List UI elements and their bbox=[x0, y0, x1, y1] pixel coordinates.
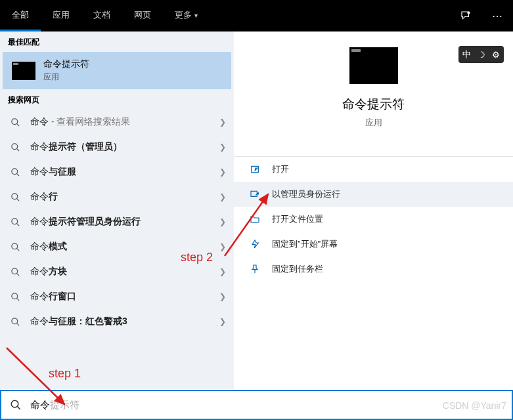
chevron-right-icon: ❯ bbox=[219, 242, 226, 251]
suggestion-text: 命令模式 bbox=[30, 241, 214, 253]
search-suggestion[interactable]: 命令 - 查看网络搜索结果❯ bbox=[0, 110, 234, 135]
search-suggestion[interactable]: 命令行窗口❯ bbox=[0, 284, 234, 309]
suggestion-text: 命令 - 查看网络搜索结果 bbox=[30, 116, 214, 128]
search-suggestion[interactable]: 命令与征服：红色警戒3❯ bbox=[0, 309, 234, 334]
search-suggestion[interactable]: 命令提示符（管理员）❯ bbox=[0, 135, 234, 159]
search-icon bbox=[11, 192, 21, 202]
gear-icon: ⚙ bbox=[492, 50, 500, 60]
moon-icon: ☽ bbox=[478, 50, 485, 60]
svg-line-14 bbox=[16, 273, 19, 276]
tab-more[interactable]: 更多▾ bbox=[163, 0, 210, 32]
search-icon bbox=[1, 399, 30, 411]
best-match-item[interactable]: 命令提示符 应用 bbox=[3, 52, 231, 89]
best-match-title: 命令提示符 bbox=[43, 58, 89, 70]
svg-line-8 bbox=[16, 198, 19, 201]
svg-point-5 bbox=[12, 168, 18, 174]
action-pin-tb[interactable]: 固定到任务栏 bbox=[234, 257, 513, 282]
chevron-right-icon: ❯ bbox=[219, 192, 226, 201]
svg-line-6 bbox=[16, 173, 19, 176]
action-label: 固定到任务栏 bbox=[272, 263, 323, 275]
svg-point-11 bbox=[12, 243, 18, 249]
svg-rect-19 bbox=[252, 166, 259, 172]
suggestion-text: 命令与征服：红色警戒3 bbox=[30, 316, 214, 327]
search-icon bbox=[11, 167, 21, 177]
action-label: 打开 bbox=[272, 163, 289, 175]
svg-point-21 bbox=[11, 400, 18, 408]
svg-point-9 bbox=[12, 218, 18, 224]
svg-point-15 bbox=[12, 293, 18, 299]
search-topbar: 全部 应用 文档 网页 更多▾ ⋯ bbox=[0, 0, 513, 32]
folder-icon bbox=[250, 214, 261, 224]
search-suggestion[interactable]: 命令模式❯ bbox=[0, 234, 234, 259]
chevron-right-icon: ❯ bbox=[219, 292, 226, 301]
search-icon bbox=[11, 242, 21, 252]
svg-line-22 bbox=[17, 406, 20, 410]
search-icon bbox=[11, 317, 21, 327]
svg-point-3 bbox=[12, 143, 18, 149]
admin-icon bbox=[250, 189, 261, 200]
chevron-right-icon: ❯ bbox=[219, 217, 226, 226]
actions-list: 打开以管理员身份运行打开文件位置固定到"开始"屏幕固定到任务栏 bbox=[234, 156, 513, 282]
suggestion-text: 命令行窗口 bbox=[30, 291, 214, 303]
chevron-right-icon: ❯ bbox=[219, 117, 226, 127]
search-icon bbox=[11, 142, 21, 152]
search-icon bbox=[11, 217, 21, 227]
suggestion-text: 命令行 bbox=[30, 191, 214, 203]
svg-point-0 bbox=[468, 12, 470, 14]
svg-point-17 bbox=[12, 318, 18, 324]
pin-start-icon bbox=[250, 239, 261, 249]
svg-rect-20 bbox=[251, 191, 257, 196]
chevron-down-icon: ▾ bbox=[194, 12, 198, 19]
search-icon bbox=[11, 117, 21, 127]
chevron-right-icon: ❯ bbox=[219, 167, 226, 177]
search-suggestion[interactable]: 命令与征服❯ bbox=[0, 159, 234, 184]
feedback-icon[interactable] bbox=[450, 0, 481, 32]
ime-lang: 中 bbox=[462, 49, 471, 60]
search-ghost-text: 提示符 bbox=[50, 399, 79, 410]
search-typed-text: 命令 bbox=[30, 399, 50, 410]
action-label: 以管理员身份运行 bbox=[272, 188, 340, 200]
action-open[interactable]: 打开 bbox=[234, 157, 513, 182]
options-icon[interactable]: ⋯ bbox=[481, 0, 513, 32]
svg-point-7 bbox=[12, 193, 18, 199]
svg-line-18 bbox=[16, 323, 19, 326]
svg-point-13 bbox=[12, 268, 18, 274]
action-folder[interactable]: 打开文件位置 bbox=[234, 207, 513, 232]
open-icon bbox=[250, 164, 261, 175]
preview-panel: 中 ☽ ⚙ 命令提示符 应用 打开以管理员身份运行打开文件位置固定到"开始"屏幕… bbox=[234, 32, 513, 389]
preview-thumb-icon bbox=[349, 47, 398, 84]
search-suggestion[interactable]: 命令方块❯ bbox=[0, 259, 234, 284]
cmd-thumb-icon bbox=[12, 62, 35, 80]
preview-sub: 应用 bbox=[234, 117, 513, 129]
action-label: 固定到"开始"屏幕 bbox=[272, 238, 338, 250]
svg-point-1 bbox=[12, 118, 18, 124]
suggestion-text: 命令提示符管理员身份运行 bbox=[30, 216, 214, 228]
chevron-right-icon: ❯ bbox=[219, 267, 226, 276]
search-bar[interactable]: 命令提示符 bbox=[0, 390, 513, 420]
pin-tb-icon bbox=[250, 264, 261, 274]
results-panel: 最佳匹配 命令提示符 应用 搜索网页 命令 - 查看网络搜索结果❯命令提示符（管… bbox=[0, 32, 234, 389]
svg-line-10 bbox=[16, 223, 19, 226]
suggestion-text: 命令方块 bbox=[30, 266, 214, 278]
svg-line-12 bbox=[16, 248, 19, 251]
tab-web[interactable]: 网页 bbox=[122, 0, 163, 32]
svg-line-4 bbox=[16, 148, 19, 151]
tab-all[interactable]: 全部 bbox=[0, 0, 41, 32]
search-suggestion[interactable]: 命令行❯ bbox=[0, 184, 234, 209]
best-match-header: 最佳匹配 bbox=[0, 32, 234, 52]
ime-indicator[interactable]: 中 ☽ ⚙ bbox=[458, 46, 504, 63]
action-admin[interactable]: 以管理员身份运行 bbox=[234, 182, 513, 207]
tab-docs[interactable]: 文档 bbox=[81, 0, 122, 32]
svg-line-16 bbox=[16, 298, 19, 301]
action-pin-start[interactable]: 固定到"开始"屏幕 bbox=[234, 232, 513, 257]
best-match-sub: 应用 bbox=[43, 72, 89, 83]
preview-title: 命令提示符 bbox=[234, 96, 513, 113]
chevron-right-icon: ❯ bbox=[219, 317, 226, 326]
web-search-header: 搜索网页 bbox=[0, 89, 234, 110]
search-suggestion[interactable]: 命令提示符管理员身份运行❯ bbox=[0, 209, 234, 234]
suggestion-text: 命令提示符（管理员） bbox=[30, 141, 214, 153]
tab-apps[interactable]: 应用 bbox=[41, 0, 81, 32]
suggestion-text: 命令与征服 bbox=[30, 166, 214, 178]
search-input[interactable]: 命令提示符 bbox=[30, 399, 79, 411]
search-icon bbox=[11, 292, 21, 302]
